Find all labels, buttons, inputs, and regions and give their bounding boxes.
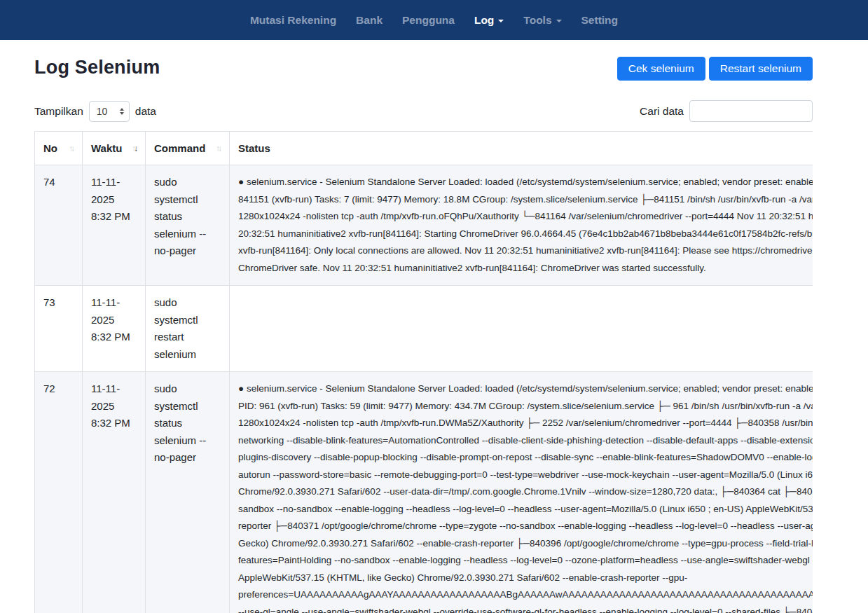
table-header-row: No↑↓Waktu↑↓Command↑↓Status [35, 132, 813, 165]
nav-item-label: Setting [581, 14, 619, 26]
cell-waktu: 11-11-2025 8:32 PM [83, 165, 146, 286]
cell-command: sudo systemctl status selenium --no-page… [146, 372, 230, 613]
status-log-line: sandbox --no-sandbox --enable-logging --… [238, 501, 813, 518]
log-table-wrapper: No↑↓Waktu↑↓Command↑↓Status 7411-11-2025 … [34, 131, 813, 613]
table-row: 7311-11-2025 8:32 PMsudo systemctl resta… [35, 286, 813, 372]
status-log-line: plugins-discovery --disable-popup-blocki… [238, 449, 813, 467]
sort-icon: ↑↓ [132, 144, 138, 153]
column-header-inner: Waktu↑↓ [91, 142, 138, 154]
chevron-down-icon [556, 20, 562, 22]
column-header-no[interactable]: No↑↓ [35, 132, 83, 165]
status-log-line: ● selenium.service - Selenium Standalone… [238, 380, 813, 398]
chevron-down-icon [498, 20, 504, 22]
search-control: Cari data [640, 100, 813, 122]
status-log-line: 1280x1024x24 -nolisten tcp -auth /tmp/xv… [238, 415, 813, 432]
select-arrows-icon [120, 108, 124, 115]
column-header-inner: Status [238, 142, 806, 154]
status-log-line: preferences=UAAAAAAAAAAgAAAYAAAAAAAAAAAA… [238, 586, 813, 604]
nav-item-setting[interactable]: Setting [572, 0, 628, 40]
show-label: Tampilkan [34, 105, 83, 118]
column-header-waktu[interactable]: Waktu↑↓ [83, 132, 146, 165]
navbar-menu: Mutasi RekeningBankPenggunaLogToolsSetti… [240, 0, 628, 40]
status-log-line: 20:32:51 humaninitiative2 xvfb-run[84116… [238, 226, 813, 243]
status-log-line: 841151 (xvfb-run) Tasks: 7 (limit: 9477)… [238, 191, 813, 209]
cell-waktu: 11-11-2025 8:32 PM [83, 286, 146, 372]
nav-item-label: Bank [356, 14, 383, 26]
main-content: Log Selenium Cek selenium Restart seleni… [0, 40, 868, 613]
nav-item-mutasi-rekening[interactable]: Mutasi Rekening [240, 0, 346, 40]
cell-command: sudo systemctl restart selenium [146, 286, 230, 372]
nav-item-tools[interactable]: Tools [514, 0, 571, 40]
cell-command: sudo systemctl status selenium --no-page… [146, 165, 230, 286]
column-header-status: Status [230, 132, 813, 165]
page-length-select[interactable]: 10 [89, 101, 130, 122]
page-title: Log Selenium [34, 57, 160, 78]
status-log-line: Gecko) Chrome/92.0.3930.271 Safari/602 -… [238, 535, 813, 553]
header-buttons: Cek selenium Restart selenium [617, 57, 813, 81]
navbar: Mutasi RekeningBankPenggunaLogToolsSetti… [0, 0, 868, 40]
nav-item-pengguna[interactable]: Pengguna [392, 0, 464, 40]
status-log-line: ChromeDriver safe. Nov 11 20:32:51 human… [238, 260, 813, 277]
sort-desc-icon: ↓ [134, 144, 136, 153]
status-log-line: autorun --password-store=basic --remote-… [238, 467, 813, 484]
status-log-line: features=PaintHolding --no-sandbox --ena… [238, 552, 813, 570]
nav-item-label: Tools [523, 14, 551, 26]
nav-item-log[interactable]: Log [464, 0, 514, 40]
column-header-command[interactable]: Command↑↓ [146, 132, 230, 165]
column-header-inner: No↑↓ [43, 142, 75, 154]
cell-status [230, 286, 813, 372]
cell-no: 72 [35, 372, 83, 613]
page-length-control: Tampilkan 10 data [34, 101, 156, 122]
status-log-line: xvfb-run[841164]: Only local connections… [238, 242, 813, 260]
sort-desc-icon: ↓ [71, 144, 73, 153]
page-viewport: Mutasi RekeningBankPenggunaLogToolsSetti… [0, 0, 868, 613]
status-log-line: ● selenium.service - Selenium Standalone… [238, 174, 813, 191]
cell-status: ● selenium.service - Selenium Standalone… [230, 165, 813, 286]
cell-waktu: 11-11-2025 8:32 PM [83, 372, 146, 613]
status-log-line: reporter ├─840371 /opt/google/chrome/chr… [238, 518, 813, 535]
sort-icon: ↑↓ [216, 144, 222, 153]
nav-item-label: Pengguna [402, 14, 455, 26]
nav-item-bank[interactable]: Bank [346, 0, 392, 40]
page-header: Log Selenium Cek selenium Restart seleni… [34, 57, 813, 81]
search-label: Cari data [640, 105, 684, 118]
sort-icon: ↑↓ [69, 144, 75, 153]
nav-item-label: Log [474, 14, 494, 26]
table-row: 7211-11-2025 8:32 PMsudo systemctl statu… [35, 372, 813, 613]
table-body: 7411-11-2025 8:32 PMsudo systemctl statu… [35, 165, 813, 613]
cell-no: 74 [35, 165, 83, 286]
column-label: No [43, 142, 57, 154]
sort-desc-icon: ↓ [218, 144, 220, 153]
log-table: No↑↓Waktu↑↓Command↑↓Status 7411-11-2025 … [34, 131, 813, 613]
column-label: Command [154, 142, 205, 154]
status-log-line: PID: 961 (xvfb-run) Tasks: 59 (limit: 94… [238, 398, 813, 415]
table-row: 7411-11-2025 8:32 PMsudo systemctl statu… [35, 165, 813, 286]
column-label: Waktu [91, 142, 122, 154]
restart-selenium-button[interactable]: Restart selenium [709, 57, 813, 81]
status-log-line: AppleWebKit/537.15 (KHTML, like Gecko) C… [238, 570, 813, 587]
cell-status: ● selenium.service - Selenium Standalone… [230, 372, 813, 613]
column-label: Status [238, 142, 270, 154]
page-length-value: 10 [97, 106, 108, 117]
column-header-inner: Command↑↓ [154, 142, 222, 154]
search-input[interactable] [689, 100, 813, 122]
cell-no: 73 [35, 286, 83, 372]
status-log-line: Chrome/92.0.3930.271 Safari/602 --user-d… [238, 483, 813, 501]
status-log-line: --use-gl=angle --use-angle=swiftshader-w… [238, 604, 813, 613]
status-log-line: 1280x1024x24 -nolisten tcp -auth /tmp/xv… [238, 208, 813, 226]
status-log-line: networking --disable-blink-features=Auto… [238, 432, 813, 450]
nav-item-label: Mutasi Rekening [250, 14, 336, 26]
cek-selenium-button[interactable]: Cek selenium [617, 57, 705, 81]
data-label: data [135, 105, 156, 118]
table-controls: Tampilkan 10 data Cari data [34, 100, 813, 122]
